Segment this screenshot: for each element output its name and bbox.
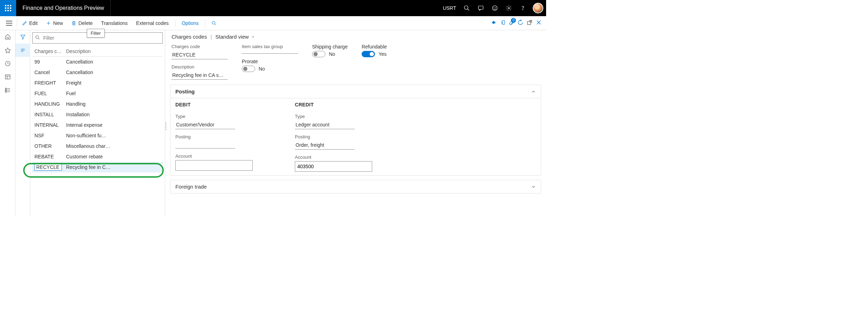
- cell-code: 99: [34, 59, 66, 65]
- edit-button[interactable]: Edit: [19, 18, 40, 29]
- breadcrumb-entity[interactable]: Charges codes: [171, 34, 207, 40]
- fasttab-posting-title: Posting: [175, 88, 195, 94]
- office-button[interactable]: [500, 19, 506, 27]
- table-row[interactable]: NSFNon-sufficient fu…: [32, 130, 163, 141]
- external-codes-label: External codes: [136, 20, 169, 26]
- related-info-button[interactable]: [15, 44, 30, 57]
- label-credit-posting: Posting: [295, 134, 383, 139]
- feedback-button[interactable]: [488, 0, 502, 16]
- user-avatar[interactable]: [533, 3, 543, 13]
- external-codes-button[interactable]: External codes: [133, 18, 171, 29]
- popout-button[interactable]: [526, 19, 533, 27]
- clock-icon: [5, 60, 11, 67]
- label-charges-code: Charges code: [171, 44, 228, 49]
- toggle-refundable[interactable]: [362, 51, 375, 57]
- table-row[interactable]: FUELFuel: [32, 88, 163, 99]
- value-description[interactable]: Recycling fee in CA s…: [171, 71, 228, 80]
- table-row[interactable]: INSTALLInstallation: [32, 109, 163, 120]
- input-credit-account[interactable]: [295, 161, 372, 172]
- svg-rect-4: [7, 7, 9, 9]
- table-row[interactable]: REBATECustomer rebate: [32, 151, 163, 162]
- top-bar: Finance and Operations Preview USRT: [0, 0, 546, 16]
- table-row[interactable]: OTHERMiscellanous char…: [32, 141, 163, 151]
- cell-code: NSF: [34, 133, 66, 138]
- nav-toggle-button[interactable]: [2, 16, 16, 30]
- col-header-code[interactable]: Charges c…: [34, 48, 66, 54]
- help-button[interactable]: [516, 0, 530, 16]
- pencil-icon: [22, 21, 27, 26]
- svg-rect-31: [5, 88, 6, 89]
- translations-button[interactable]: Translations: [98, 18, 131, 29]
- label-refundable: Refundable: [362, 44, 387, 50]
- smile-icon: [492, 5, 498, 11]
- label-shipping: Shipping charge: [312, 44, 348, 50]
- cell-desc: Cancellation: [66, 59, 161, 65]
- fasttab-posting: Posting DEBIT Type Customer/Vendor Posti: [170, 85, 541, 176]
- fasttab-posting-header[interactable]: Posting: [170, 85, 541, 98]
- value-charges-code[interactable]: RECYCLE: [171, 51, 228, 59]
- value-credit-posting[interactable]: Order, freight: [295, 141, 355, 150]
- cell-code: FUEL: [34, 91, 66, 96]
- attachments-button[interactable]: 0: [509, 19, 514, 27]
- popout-icon: [526, 19, 533, 26]
- col-header-desc[interactable]: Description: [66, 48, 161, 54]
- search-button[interactable]: [460, 0, 474, 16]
- value-credit-type[interactable]: Ledger account: [295, 120, 355, 129]
- cell-code: OTHER: [34, 143, 66, 149]
- home-icon: [5, 34, 11, 40]
- trash-icon: [71, 21, 76, 26]
- value-item-tax[interactable]: [242, 51, 298, 54]
- options-button[interactable]: Options: [179, 18, 201, 29]
- nav-favorites-button[interactable]: [0, 44, 15, 57]
- refresh-button[interactable]: [517, 19, 524, 27]
- chat-icon: [478, 5, 484, 11]
- find-button[interactable]: [209, 18, 219, 29]
- divider: [110, 0, 111, 16]
- nav-workspaces-button[interactable]: [0, 70, 15, 84]
- table-row[interactable]: RECYCLERecycling fee in C…: [32, 162, 163, 172]
- table-row[interactable]: INTERNALInternal expense: [32, 120, 163, 130]
- app-launcher-button[interactable]: [0, 0, 16, 16]
- nav-recent-button[interactable]: [0, 57, 15, 70]
- fasttab-foreign-trade-header[interactable]: Foreign trade: [170, 180, 541, 193]
- svg-rect-1: [7, 5, 9, 6]
- tooltip: Filter: [87, 29, 105, 38]
- view-label: Standard view: [215, 34, 249, 40]
- value-debit-posting[interactable]: [175, 141, 235, 149]
- table-row[interactable]: CancelCancellation: [32, 67, 163, 78]
- company-label[interactable]: USRT: [439, 5, 460, 11]
- cell-code: RECYCLE: [34, 164, 66, 171]
- table-row[interactable]: HANDLINGHandling: [32, 99, 163, 109]
- nav-home-button[interactable]: [0, 30, 15, 44]
- chevron-up-icon: [531, 89, 536, 94]
- input-debit-account[interactable]: [175, 160, 253, 171]
- splitter-handle[interactable]: [165, 121, 167, 131]
- svg-point-9: [464, 6, 468, 9]
- value-debit-type[interactable]: Customer/Vendor: [175, 120, 235, 129]
- label-credit-type: Type: [295, 114, 383, 119]
- svg-rect-32: [5, 90, 6, 91]
- star-icon: [5, 47, 11, 53]
- left-nav-rail: [0, 30, 15, 217]
- toggle-shipping[interactable]: [312, 51, 325, 57]
- cell-code: INSTALL: [34, 112, 66, 117]
- svg-line-23: [215, 24, 216, 25]
- svg-rect-5: [10, 7, 11, 9]
- view-selector[interactable]: Standard view: [215, 34, 255, 40]
- new-button[interactable]: New: [43, 18, 66, 29]
- cell-desc: Recycling fee in C…: [66, 164, 161, 170]
- toggle-prorate[interactable]: [242, 66, 255, 72]
- table-row[interactable]: 99Cancellation: [32, 57, 163, 67]
- delete-button[interactable]: Delete: [69, 18, 95, 29]
- delete-label: Delete: [78, 20, 92, 26]
- modules-icon: [5, 87, 11, 93]
- power-apps-button[interactable]: [491, 19, 498, 27]
- svg-rect-0: [5, 5, 6, 6]
- settings-button[interactable]: [502, 0, 516, 16]
- record-list: Charges c… Description 99CancellationCan…: [30, 30, 165, 217]
- messages-button[interactable]: [474, 0, 488, 16]
- filter-pane-button[interactable]: [15, 30, 30, 44]
- nav-modules-button[interactable]: [0, 84, 15, 97]
- table-row[interactable]: FREIGHTFreight: [32, 78, 163, 88]
- close-button[interactable]: [536, 19, 542, 27]
